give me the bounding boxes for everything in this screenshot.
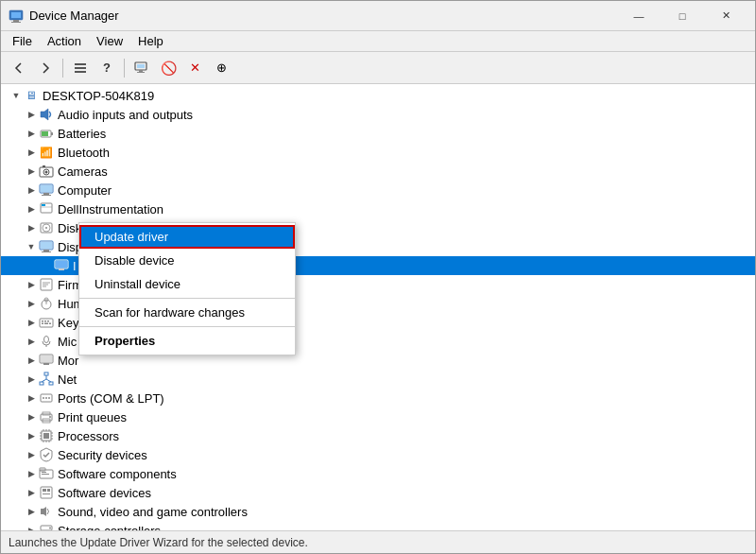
menu-view[interactable]: View bbox=[89, 32, 130, 50]
audio-chevron bbox=[24, 107, 39, 122]
svg-rect-22 bbox=[42, 195, 51, 196]
toolbar-separator-2 bbox=[124, 59, 125, 78]
storage-icon bbox=[39, 523, 54, 530]
mic-label: Mic bbox=[58, 335, 77, 349]
security-icon bbox=[39, 447, 54, 462]
svg-point-62 bbox=[43, 397, 44, 399]
tree-item-batteries[interactable]: Batteries bbox=[1, 124, 755, 143]
svg-rect-53 bbox=[41, 355, 52, 362]
maximize-button[interactable]: □ bbox=[661, 1, 704, 31]
dell-icon bbox=[39, 201, 54, 216]
sound-icon bbox=[39, 504, 54, 519]
tree-item-storage[interactable]: Storage controllers bbox=[1, 521, 755, 530]
storage-chevron bbox=[24, 523, 39, 530]
tree-item-sound[interactable]: Sound, video and game controllers bbox=[1, 502, 755, 521]
tree-item-sw-components[interactable]: Software components bbox=[1, 464, 755, 483]
print-icon bbox=[39, 409, 54, 424]
minimize-button[interactable]: — bbox=[617, 1, 661, 31]
svg-rect-89 bbox=[47, 489, 50, 492]
menu-file[interactable]: File bbox=[5, 32, 40, 50]
tree-item-audio[interactable]: Audio inputs and outputs bbox=[1, 105, 755, 124]
bluetooth-icon: 📶 bbox=[39, 145, 54, 160]
forward-button[interactable] bbox=[33, 56, 58, 80]
ctx-update-driver[interactable]: Update driver bbox=[79, 225, 295, 249]
tree-root[interactable]: 🖥 DESKTOP-504K819 bbox=[1, 86, 755, 105]
svg-rect-30 bbox=[41, 242, 52, 249]
ports-chevron bbox=[24, 390, 39, 406]
computer-chevron bbox=[24, 182, 39, 198]
close-button[interactable]: ✕ bbox=[704, 1, 747, 31]
firmware-icon bbox=[39, 277, 54, 292]
ctx-uninstall-device[interactable]: Uninstall device bbox=[79, 272, 295, 296]
menu-help[interactable]: Help bbox=[130, 32, 171, 50]
tree-item-bluetooth[interactable]: 📶 Bluetooth bbox=[1, 143, 755, 162]
toolbar-delete-button[interactable]: ✕ bbox=[182, 56, 207, 80]
svg-rect-34 bbox=[56, 261, 67, 268]
disk-chevron bbox=[24, 220, 39, 235]
tree-item-processors[interactable]: Processors bbox=[1, 426, 755, 445]
dell-chevron bbox=[24, 201, 39, 216]
processors-label: Processors bbox=[58, 429, 119, 443]
tree-item-cameras[interactable]: Cameras bbox=[1, 162, 755, 181]
tree-item-sw-devices[interactable]: Software devices bbox=[1, 483, 755, 502]
toolbar-block-button[interactable]: 🚫 bbox=[156, 56, 180, 80]
toolbar-list-button[interactable] bbox=[68, 56, 93, 80]
ctx-properties[interactable]: Properties bbox=[79, 329, 295, 353]
svg-rect-45 bbox=[44, 320, 46, 322]
tree-item-security[interactable]: Security devices bbox=[1, 445, 755, 464]
sw-components-label: Software components bbox=[58, 467, 177, 481]
ctx-scan-hardware[interactable]: Scan for hardware changes bbox=[79, 301, 295, 324]
svg-rect-4 bbox=[75, 63, 86, 65]
tree-item-ports[interactable]: Ports (COM & LPT) bbox=[1, 389, 755, 407]
svg-point-17 bbox=[45, 171, 48, 174]
ctx-disable-device[interactable]: Disable device bbox=[79, 249, 295, 272]
window-title: Device Manager bbox=[29, 9, 617, 23]
tree-item-computer[interactable]: Computer bbox=[1, 181, 755, 199]
monitors-icon bbox=[39, 353, 54, 368]
svg-rect-56 bbox=[40, 382, 43, 385]
ports-icon bbox=[39, 390, 54, 406]
hid-icon bbox=[39, 296, 54, 311]
svg-rect-31 bbox=[43, 250, 49, 251]
svg-rect-35 bbox=[59, 268, 64, 270]
sw-devices-chevron bbox=[24, 485, 39, 500]
dell-label: DellInstrumentation bbox=[58, 202, 163, 216]
sw-components-icon bbox=[39, 466, 54, 481]
svg-rect-9 bbox=[139, 70, 143, 72]
svg-rect-54 bbox=[43, 363, 49, 365]
root-label: DESKTOP-504K819 bbox=[43, 89, 154, 103]
svg-rect-2 bbox=[13, 20, 19, 22]
svg-rect-6 bbox=[75, 71, 86, 73]
toolbar-device-button[interactable] bbox=[129, 56, 154, 80]
toolbar-help-button[interactable]: ? bbox=[94, 56, 119, 80]
tree-item-print[interactable]: Print queues bbox=[1, 407, 755, 426]
toolbar: ? 🚫 ✕ ⊕ bbox=[1, 52, 755, 84]
toolbar-scan-button[interactable]: ⊕ bbox=[209, 56, 233, 80]
svg-rect-13 bbox=[51, 132, 53, 135]
mic-chevron bbox=[24, 334, 39, 349]
ctx-disable-label: Disable device bbox=[94, 253, 175, 268]
svg-point-63 bbox=[45, 397, 47, 399]
svg-marker-91 bbox=[41, 507, 46, 516]
sw-devices-label: Software devices bbox=[58, 486, 151, 500]
tree-item-network[interactable]: Net bbox=[1, 370, 755, 389]
svg-rect-5 bbox=[75, 67, 86, 69]
audio-icon bbox=[39, 107, 54, 122]
ctx-update-label: Update driver bbox=[94, 230, 168, 244]
svg-rect-18 bbox=[43, 165, 45, 167]
keyboards-chevron bbox=[24, 315, 39, 330]
security-chevron bbox=[24, 447, 39, 462]
svg-rect-47 bbox=[42, 323, 43, 325]
back-button[interactable] bbox=[7, 56, 31, 80]
display-icon bbox=[39, 239, 54, 254]
svg-point-64 bbox=[48, 397, 50, 399]
svg-point-94 bbox=[49, 528, 51, 529]
menu-action[interactable]: Action bbox=[40, 32, 89, 50]
display-child-icon bbox=[54, 258, 69, 273]
sound-chevron bbox=[24, 504, 39, 519]
batteries-label: Batteries bbox=[58, 127, 106, 141]
print-chevron bbox=[24, 409, 39, 424]
computer-label: Computer bbox=[58, 183, 112, 198]
tree-item-dell[interactable]: DellInstrumentation bbox=[1, 199, 755, 218]
bluetooth-chevron bbox=[24, 145, 39, 160]
